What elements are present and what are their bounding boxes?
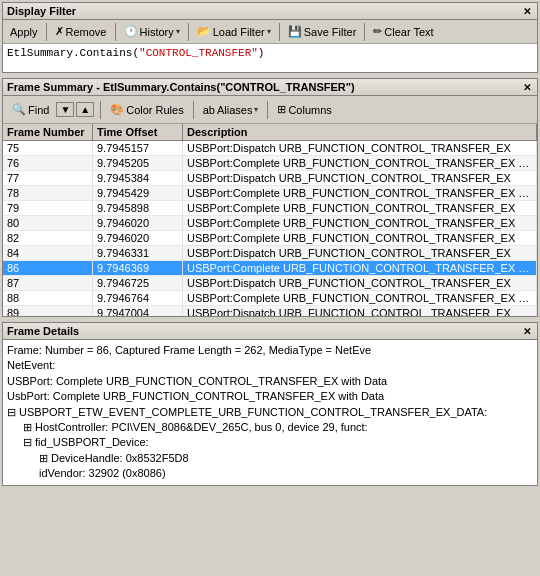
summary-toolbar-sep-2 <box>193 101 194 119</box>
cell-time-offset: 9.7946331 <box>93 246 183 260</box>
cell-description: USBPort:Complete URB_FUNCTION_CONTROL_TR… <box>183 216 537 230</box>
cell-description: USBPort:Dispatch URB_FUNCTION_CONTROL_TR… <box>183 141 537 155</box>
col-header-frame-number: Frame Number <box>3 124 93 140</box>
toolbar-sep-2 <box>115 23 116 41</box>
toolbar-sep-3 <box>188 23 189 41</box>
detail-line: UsbPort: Complete URB_FUNCTION_CONTROL_T… <box>7 389 533 404</box>
cell-frame-number: 76 <box>3 156 93 170</box>
display-filter-title-bar: Display Filter ✕ <box>3 3 537 20</box>
load-filter-button[interactable]: 📂 Load Filter ▾ <box>192 22 276 41</box>
cell-frame-number: 84 <box>3 246 93 260</box>
frame-details-close-btn[interactable]: ✕ <box>521 326 533 337</box>
table-row[interactable]: 789.7945429USBPort:Complete URB_FUNCTION… <box>3 186 537 201</box>
cell-time-offset: 9.7946764 <box>93 291 183 305</box>
table-row[interactable]: 899.7947004USBPort:Dispatch URB_FUNCTION… <box>3 306 537 316</box>
cell-description: USBPort:Complete URB_FUNCTION_CONTROL_TR… <box>183 261 537 275</box>
cell-description: USBPort:Dispatch URB_FUNCTION_CONTROL_TR… <box>183 246 537 260</box>
frame-details-title-bar: Frame Details ✕ <box>3 323 537 340</box>
find-button[interactable]: 🔍 Find <box>7 100 54 119</box>
toolbar-sep-4 <box>279 23 280 41</box>
toolbar-sep-1 <box>46 23 47 41</box>
cell-description: USBPort:Complete URB_FUNCTION_CONTROL_TR… <box>183 156 537 170</box>
save-filter-button[interactable]: 💾 Save Filter <box>283 22 362 41</box>
apply-button[interactable]: Apply <box>5 23 43 41</box>
detail-line: idVendor: 32902 (0x8086) <box>7 466 533 481</box>
clear-text-icon: ✏ <box>373 25 382 38</box>
load-filter-label: Load Filter <box>213 26 265 38</box>
find-toolbar: 🔍 Find ▼ ▲ <box>5 98 96 121</box>
cell-frame-number: 79 <box>3 201 93 215</box>
table-header: Frame Number Time Offset Description <box>3 124 537 141</box>
cell-description: USBPort:Dispatch URB_FUNCTION_CONTROL_TR… <box>183 306 537 316</box>
toolbar-sep-5 <box>364 23 365 41</box>
columns-button[interactable]: ⊞ Columns <box>272 100 336 119</box>
table-body[interactable]: 759.7945157USBPort:Dispatch URB_FUNCTION… <box>3 141 537 316</box>
save-filter-icon: 💾 <box>288 25 302 38</box>
columns-icon: ⊞ <box>277 103 286 116</box>
display-filter-toolbar: Apply ✗ Remove 🕐 History ▾ 📂 Load Filter… <box>3 20 537 44</box>
color-rules-button[interactable]: 🎨 Color Rules <box>105 100 188 119</box>
table-row[interactable]: 889.7946764USBPort:Complete URB_FUNCTION… <box>3 291 537 306</box>
table-row[interactable]: 829.7946020USBPort:Complete URB_FUNCTION… <box>3 231 537 246</box>
display-filter-close-btn[interactable]: ✕ <box>521 6 533 17</box>
summary-toolbar-sep-3 <box>267 101 268 119</box>
cell-time-offset: 9.7945205 <box>93 156 183 170</box>
cell-frame-number: 75 <box>3 141 93 155</box>
table-row[interactable]: 809.7946020USBPort:Complete URB_FUNCTION… <box>3 216 537 231</box>
detail-line[interactable]: ⊞ HostController: PCI\VEN_8086&DEV_265C,… <box>7 420 533 435</box>
frame-summary-title-bar: Frame Summary - EtlSummary.Contains("CON… <box>3 79 537 96</box>
detail-line: idProduct: 9820 (0x265C) <box>7 482 533 485</box>
cell-frame-number: 88 <box>3 291 93 305</box>
table-row[interactable]: 779.7945384USBPort:Dispatch URB_FUNCTION… <box>3 171 537 186</box>
cell-time-offset: 9.7946020 <box>93 216 183 230</box>
detail-line[interactable]: ⊟ USBPORT_ETW_EVENT_COMPLETE_URB_FUNCTIO… <box>7 405 533 420</box>
remove-label: Remove <box>66 26 107 38</box>
color-rules-label: Color Rules <box>126 104 183 116</box>
cell-time-offset: 9.7945898 <box>93 201 183 215</box>
cell-time-offset: 9.7947004 <box>93 306 183 316</box>
find-down-button[interactable]: ▼ <box>56 102 74 117</box>
frame-details-panel: Frame Details ✕ Frame: Number = 86, Capt… <box>2 322 538 486</box>
history-dropdown-arrow: ▾ <box>176 27 180 36</box>
table-row[interactable]: 759.7945157USBPort:Dispatch URB_FUNCTION… <box>3 141 537 156</box>
load-filter-dropdown-arrow: ▾ <box>267 27 271 36</box>
table-row[interactable]: 879.7946725USBPort:Dispatch URB_FUNCTION… <box>3 276 537 291</box>
find-up-button[interactable]: ▲ <box>76 102 94 117</box>
table-row[interactable]: 799.7945898USBPort:Complete URB_FUNCTION… <box>3 201 537 216</box>
display-filter-label: Display Filter <box>7 5 76 17</box>
detail-line: Frame: Number = 86, Captured Frame Lengt… <box>7 343 533 358</box>
detail-line: USBPort: Complete URB_FUNCTION_CONTROL_T… <box>7 374 533 389</box>
find-label: Find <box>28 104 49 116</box>
cell-frame-number: 89 <box>3 306 93 316</box>
table-row[interactable]: 869.7946369USBPort:Complete URB_FUNCTION… <box>3 261 537 276</box>
frame-summary-label: Frame Summary - EtlSummary.Contains("CON… <box>7 81 355 93</box>
history-button[interactable]: 🕐 History ▾ <box>119 22 185 41</box>
find-icon: 🔍 <box>12 103 26 116</box>
clear-text-button[interactable]: ✏ Clear Text <box>368 22 438 41</box>
cell-time-offset: 9.7946369 <box>93 261 183 275</box>
remove-button[interactable]: ✗ Remove <box>50 22 112 41</box>
clear-text-label: Clear Text <box>384 26 433 38</box>
frame-summary-panel: Frame Summary - EtlSummary.Contains("CON… <box>2 78 538 317</box>
filter-input-area[interactable]: EtlSummary.Contains("CONTROL_TRANSFER") <box>3 44 537 72</box>
history-label: History <box>140 26 174 38</box>
save-filter-label: Save Filter <box>304 26 357 38</box>
frame-details-content: Frame: Number = 86, Captured Frame Lengt… <box>3 340 537 485</box>
cell-frame-number: 86 <box>3 261 93 275</box>
color-rules-icon: 🎨 <box>110 103 124 116</box>
table-row[interactable]: 769.7945205USBPort:Complete URB_FUNCTION… <box>3 156 537 171</box>
main-window: Display Filter ✕ Apply ✗ Remove 🕐 Histor… <box>0 0 540 576</box>
aliases-icon: ab <box>203 104 215 116</box>
summary-toolbar: 🔍 Find ▼ ▲ 🎨 Color Rules ab Aliases ▾ ⊞ … <box>3 96 537 124</box>
frame-summary-close-btn[interactable]: ✕ <box>521 82 533 93</box>
cell-frame-number: 77 <box>3 171 93 185</box>
detail-line[interactable]: ⊞ DeviceHandle: 0x8532F5D8 <box>7 451 533 466</box>
detail-line[interactable]: ⊟ fid_USBPORT_Device: <box>7 435 533 450</box>
col-header-description: Description <box>183 124 537 140</box>
cell-time-offset: 9.7946020 <box>93 231 183 245</box>
frame-details-label: Frame Details <box>7 325 79 337</box>
aliases-button[interactable]: ab Aliases ▾ <box>198 101 264 119</box>
table-row[interactable]: 849.7946331USBPort:Dispatch URB_FUNCTION… <box>3 246 537 261</box>
columns-label: Columns <box>288 104 331 116</box>
cell-description: USBPort:Dispatch URB_FUNCTION_CONTROL_TR… <box>183 276 537 290</box>
